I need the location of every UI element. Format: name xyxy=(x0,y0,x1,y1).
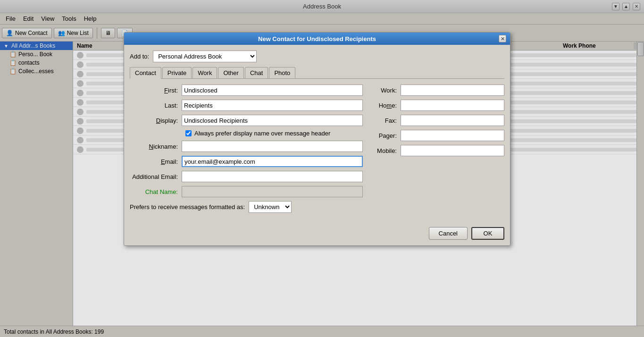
nickname-input[interactable] xyxy=(182,141,363,152)
chat-name-input[interactable] xyxy=(182,186,363,197)
fax-label: Fax: xyxy=(372,117,401,124)
tab-photo[interactable]: Photo xyxy=(269,67,295,78)
work-input[interactable] xyxy=(401,84,504,96)
email-input[interactable] xyxy=(182,156,363,167)
chat-name-row: Chat Name: xyxy=(130,186,363,197)
dialog-close-button[interactable]: ✕ xyxy=(499,35,506,42)
email-row: Email: xyxy=(130,156,363,167)
mobile-label: Mobile: xyxy=(372,147,401,154)
tab-chat[interactable]: Chat xyxy=(245,67,268,78)
tab-private[interactable]: Private xyxy=(162,67,192,78)
add-to-label: Add to: xyxy=(130,53,149,60)
dialog-title: New Contact for Undisclosed Recipients xyxy=(135,35,499,42)
nickname-label: Nickname: xyxy=(130,143,182,150)
last-label: Last: xyxy=(130,102,182,109)
fax-input[interactable] xyxy=(401,115,504,126)
mobile-row: Mobile: xyxy=(372,145,504,156)
additional-email-input[interactable] xyxy=(182,171,363,182)
dialog-body: Add to: Personal Address BookcontactsCol… xyxy=(124,45,510,222)
form-right: Work: Home: Fax: Pager: xyxy=(372,84,504,217)
nickname-row: Nickname: xyxy=(130,141,363,152)
new-contact-dialog: New Contact for Undisclosed Recipients ✕… xyxy=(124,32,510,246)
first-row: First: xyxy=(130,84,363,96)
format-label: Prefers to receive messages formatted as… xyxy=(130,203,249,211)
pager-label: Pager: xyxy=(372,132,401,139)
additional-email-label: Additional Email: xyxy=(130,173,182,180)
display-label: Display: xyxy=(130,117,182,124)
form-two-cols: First: Last: Display: Always prefer disp… xyxy=(130,84,504,217)
display-input[interactable] xyxy=(182,115,363,126)
pager-row: Pager: xyxy=(372,130,504,141)
add-to-row: Add to: Personal Address BookcontactsCol… xyxy=(130,51,504,62)
work-label: Work: xyxy=(372,87,401,94)
cancel-button[interactable]: Cancel xyxy=(429,227,468,240)
home-input[interactable] xyxy=(401,100,504,111)
pager-input[interactable] xyxy=(401,130,504,141)
dialog-title-bar: New Contact for Undisclosed Recipients ✕ xyxy=(124,33,510,45)
form-left: First: Last: Display: Always prefer disp… xyxy=(130,84,363,217)
modal-overlay: New Contact for Undisclosed Recipients ✕… xyxy=(0,0,644,337)
ok-button[interactable]: OK xyxy=(471,227,504,240)
display-row: Display: xyxy=(130,115,363,126)
first-input[interactable] xyxy=(182,84,363,96)
home-row: Home: xyxy=(372,100,504,111)
always-prefer-checkbox[interactable] xyxy=(185,130,192,136)
tab-other[interactable]: Other xyxy=(218,67,244,78)
tab-contact[interactable]: Contact xyxy=(130,67,161,79)
tab-work[interactable]: Work xyxy=(192,67,217,78)
always-prefer-row: Always prefer display name over message … xyxy=(130,130,363,137)
first-label: First: xyxy=(130,87,182,94)
dialog-footer: Cancel OK xyxy=(124,222,510,245)
home-label: Home: xyxy=(372,102,401,109)
last-row: Last: xyxy=(130,100,363,111)
additional-email-row: Additional Email: xyxy=(130,171,363,182)
always-prefer-label: Always prefer display name over message … xyxy=(194,130,330,137)
format-row: Prefers to receive messages formatted as… xyxy=(130,201,363,213)
mobile-input[interactable] xyxy=(401,145,504,156)
email-label: Email: xyxy=(130,158,182,165)
last-input[interactable] xyxy=(182,100,363,111)
work-row: Work: xyxy=(372,84,504,96)
chat-name-label: Chat Name: xyxy=(130,188,182,195)
format-select[interactable]: UnknownPlain TextHTML xyxy=(249,201,292,213)
add-to-select[interactable]: Personal Address BookcontactsCollected A… xyxy=(153,51,257,62)
tabs: Contact Private Work Other Chat Photo xyxy=(130,67,504,79)
fax-row: Fax: xyxy=(372,115,504,126)
